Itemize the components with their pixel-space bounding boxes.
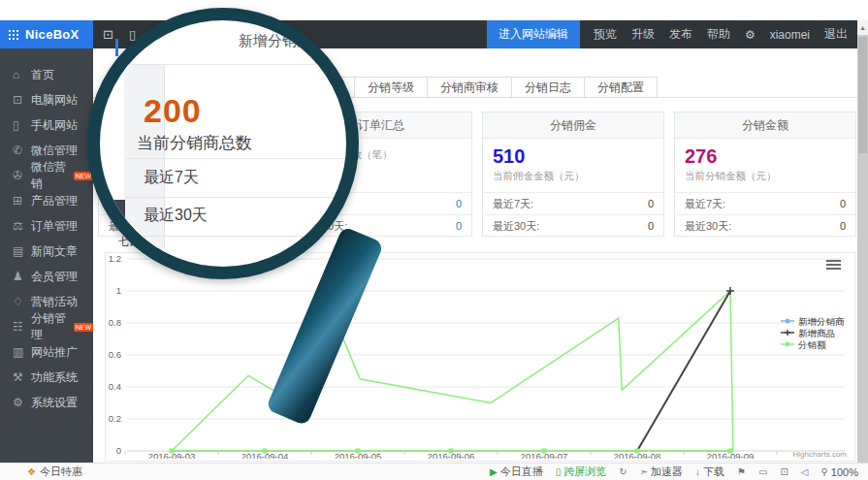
sidebar-icon-5: ⊞ [13, 194, 31, 208]
sidebar-icon-10: ☷ [13, 320, 31, 334]
card-row-label: 最近7天: [493, 193, 533, 214]
refresh-icon: ↻ [619, 466, 627, 477]
scrollbar-thumb[interactable] [858, 37, 867, 153]
svg-text:分销额: 分销额 [797, 339, 826, 350]
stat-card-3: 分销金额276当前分销金额（元）最近7天:0最近30天:0 [674, 112, 856, 237]
sidebar-item-label: 微信营销 [31, 159, 70, 192]
sidebar-item-8[interactable]: ♟会员管理 [0, 264, 93, 289]
sidebar-item-12[interactable]: ⚒功能系统 [0, 365, 93, 390]
card-header: 分销佣金 [483, 112, 663, 139]
sidebar: ⌂首页⊡电脑网站▯手机网站✆微信管理✇微信营销NEW⊞产品管理⚖订单管理▤新闻文… [0, 48, 93, 464]
sidebar-item-2[interactable]: ▯手机网站 [0, 112, 93, 138]
magnifier-lens: 新增分销商 200 当前分销商总数 最近7天 最近30天 [87, 8, 359, 279]
card-body: 510当前佣金金额（元） [483, 139, 663, 192]
gift-icon: ❖ [27, 466, 36, 477]
active-indicator [115, 39, 118, 56]
sidebar-item-11[interactable]: ▥网站推广 [0, 339, 93, 365]
stat-card-2: 分销佣金510当前佣金金额（元）最近7天:0最近30天:0 [482, 112, 664, 237]
statusbar-cross-screen-label: 跨屏浏览 [563, 464, 606, 479]
card-row-value: 0 [840, 215, 846, 237]
statusbar-flag[interactable]: ⚑ [737, 466, 746, 477]
username[interactable]: xiaomei [770, 28, 810, 42]
sidebar-item-4[interactable]: ✇微信营销NEW [0, 163, 93, 188]
live-icon: ▶ [490, 466, 498, 477]
cross-screen-icon: ▯ [556, 466, 562, 477]
statusbar-download[interactable]: ↓下载 [695, 464, 724, 479]
sidebar-item-label: 产品管理 [31, 193, 78, 209]
sidebar-item-label: 订单管理 [31, 218, 78, 235]
trend-chart-panel: Highcharts.com 00.20.40.60.811.22016-09-… [105, 252, 855, 462]
sidebar-item-13[interactable]: ⚙系统设置 [0, 390, 93, 415]
legend-item-2[interactable]: 分销额 [781, 339, 826, 350]
tab-3[interactable]: 分销日志 [511, 77, 585, 98]
card-row-value: 0 [648, 215, 654, 237]
sidebar-item-5[interactable]: ⊞产品管理 [0, 188, 93, 213]
sidebar-item-label: 系统设置 [31, 395, 78, 411]
card-row-value: 0 [648, 193, 654, 214]
sidebar-item-7[interactable]: ▤新闻文章 [0, 239, 93, 264]
sidebar-item-label: 新闻文章 [31, 243, 78, 260]
topbar-menu-item-1[interactable]: 升级 [631, 26, 655, 43]
vertical-scrollbar[interactable]: ▲ [857, 20, 868, 464]
monitor-icon[interactable]: ⊡ [103, 27, 113, 42]
status-bar: ❖ 今日特惠 ▶今日直播▯跨屏浏览↻➣加速器↓下载⚑▭⊡◁⚲100% [0, 463, 868, 480]
trend-chart: 00.20.40.60.811.22016-09-032016-09-04201… [106, 253, 852, 459]
tab-2[interactable]: 分销商审核 [427, 77, 512, 98]
statusbar-refresh[interactable]: ↻ [619, 466, 627, 477]
todays-deal[interactable]: ❖ 今日特惠 [27, 464, 82, 479]
sidebar-icon-12: ⚒ [13, 370, 31, 384]
topbar-menu-item-2[interactable]: 发布 [669, 26, 692, 43]
legend-item-1[interactable]: 新增商品 [781, 328, 835, 338]
sidebar-item-label: 营销活动 [31, 294, 78, 310]
card-sublabel: 当前分销金额（元） [685, 170, 846, 183]
svg-text:1.2: 1.2 [109, 253, 121, 264]
tab-1[interactable]: 分销等级 [354, 77, 428, 98]
svg-text:新增分销商: 新增分销商 [798, 316, 845, 327]
sidebar-item-label: 首页 [31, 67, 54, 83]
sidebar-icon-4: ✇ [13, 169, 31, 182]
sidebar-item-1[interactable]: ⊡电脑网站 [0, 87, 93, 112]
enter-site-edit-button[interactable]: 进入网站编辑 [487, 20, 580, 48]
statusbar-sound[interactable]: ◁ [801, 466, 809, 477]
flag-icon: ⚑ [737, 466, 746, 477]
legend-item-0[interactable]: 新增分销商 [781, 316, 845, 327]
statusbar-cross-screen[interactable]: ▯跨屏浏览 [556, 464, 607, 479]
sidebar-item-label: 网站推广 [31, 344, 78, 361]
statusbar-booster[interactable]: ➣加速器 [640, 464, 683, 479]
topbar-menu-item-3[interactable]: 帮助 [707, 26, 730, 43]
topbar-menu: 预览升级发布帮助⚙xiaomei退出 [580, 26, 857, 43]
sidebar-item-6[interactable]: ⚖订单管理 [0, 213, 93, 239]
svg-text:0.4: 0.4 [109, 381, 121, 392]
statusbar-window[interactable]: ⊡ [780, 466, 788, 477]
chart-menu-icon[interactable] [826, 260, 841, 272]
card-row-value: 0 [456, 215, 462, 237]
sidebar-item-label: 手机网站 [31, 117, 78, 134]
logo[interactable]: NiceBoX [0, 20, 93, 48]
scroll-up-icon[interactable]: ▲ [857, 20, 868, 35]
sidebar-item-10[interactable]: ☷分销管理NEW [0, 314, 93, 339]
booster-icon: ➣ [640, 466, 648, 477]
logout-link[interactable]: 退出 [824, 26, 848, 43]
statusbar-live[interactable]: ▶今日直播 [490, 464, 543, 479]
magnified-row-7days: 最近7天 [144, 168, 199, 188]
svg-text:0.2: 0.2 [109, 413, 121, 424]
sidebar-item-label: 电脑网站 [31, 92, 78, 109]
svg-text:0: 0 [116, 445, 121, 456]
topbar-menu-item-0[interactable]: 预览 [594, 26, 617, 43]
statusbar-folder[interactable]: ▭ [758, 466, 767, 477]
gear-icon[interactable]: ⚙ [745, 28, 755, 42]
card-row-value: 0 [840, 193, 846, 214]
sidebar-item-label: 功能系统 [31, 369, 78, 386]
card-row: 最近7天:0 [675, 192, 855, 214]
svg-text:0.6: 0.6 [109, 349, 121, 360]
logo-text: NiceBoX [25, 27, 80, 42]
tab-4[interactable]: 分销配置 [584, 77, 658, 98]
statusbar-tools: ▶今日直播▯跨屏浏览↻➣加速器↓下载⚑▭⊡◁⚲100% [490, 464, 858, 479]
todays-deal-label: 今日特惠 [40, 464, 82, 479]
magnified-label: 当前分销商总数 [137, 132, 252, 154]
statusbar-zoom[interactable]: ⚲100% [821, 466, 858, 478]
sidebar-item-0[interactable]: ⌂首页 [0, 62, 93, 87]
sidebar-nav: ⌂首页⊡电脑网站▯手机网站✆微信管理✇微信营销NEW⊞产品管理⚖订单管理▤新闻文… [0, 48, 93, 415]
sidebar-icon-2: ▯ [13, 118, 31, 132]
sidebar-item-label: 会员管理 [31, 269, 78, 285]
